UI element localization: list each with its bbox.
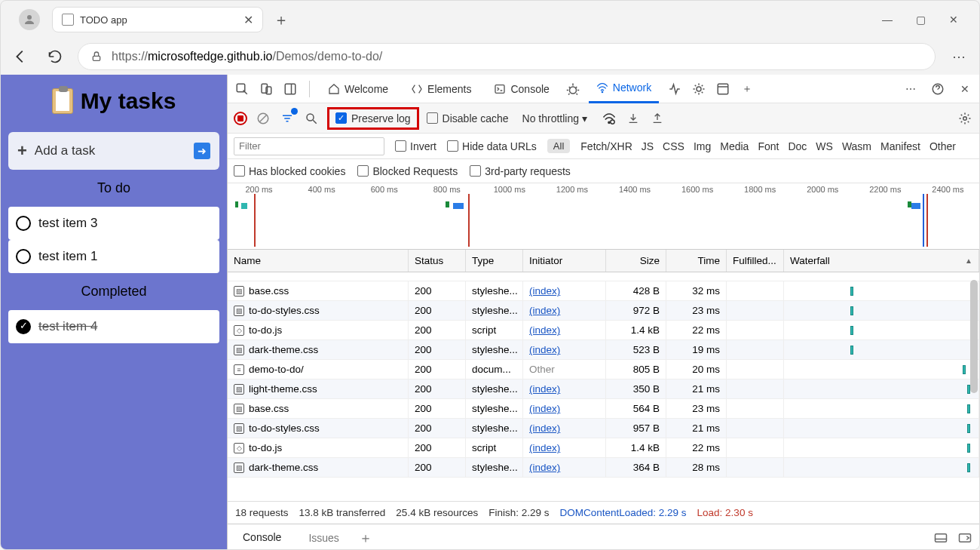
table-row[interactable]: ▧light-theme.css200styleshe...(index)350… [228, 379, 979, 399]
table-row[interactable]: ▧base.css200styleshe...(index)428 B32 ms [228, 281, 979, 301]
record-button[interactable] [234, 112, 247, 125]
filter-js[interactable]: JS [642, 140, 654, 152]
section-heading-completed: Completed [8, 281, 219, 303]
col-fulfilled[interactable]: Fulfilled... [727, 250, 784, 272]
memory-icon[interactable] [691, 81, 707, 97]
file-icon: ▧ [234, 384, 244, 395]
maximize-button[interactable]: ▢ [913, 14, 928, 26]
timeline-overview[interactable]: 200 ms400 ms600 ms800 ms1000 ms1200 ms14… [228, 183, 979, 250]
table-row[interactable]: ◇to-do.js200script(index)1.4 kB22 ms [228, 321, 979, 340]
filter-manifest[interactable]: Manifest [880, 140, 920, 152]
filter-img[interactable]: Img [694, 140, 711, 152]
drawer-expand-icon[interactable] [958, 533, 972, 543]
tab-welcome[interactable]: Welcome [320, 75, 396, 103]
table-row[interactable]: ≡demo-to-do/200docum...Other805 B20 ms [228, 360, 979, 379]
col-name[interactable]: Name [228, 250, 409, 272]
devtools-drawer: Console Issues ＋ [228, 524, 979, 550]
hide-data-urls-checkbox[interactable]: Hide data URLs [447, 140, 537, 152]
table-row[interactable]: ▧dark-theme.css200styleshe...(index)523 … [228, 340, 979, 360]
col-size[interactable]: Size [606, 250, 666, 272]
filter-all[interactable]: All [547, 139, 570, 153]
table-row[interactable]: ▧dark-theme.css200styleshe...(index)364 … [228, 458, 979, 478]
drawer-add-tab[interactable]: ＋ [359, 529, 372, 547]
filter-wasm[interactable]: Wasm [842, 140, 871, 152]
new-tab-button[interactable]: ＋ [274, 10, 289, 30]
table-row[interactable]: ▧base.css200styleshe...(index)564 B23 ms [228, 399, 979, 419]
import-har-icon[interactable] [625, 110, 642, 127]
filter-fetch/xhr[interactable]: Fetch/XHR [580, 140, 632, 152]
tab-elements[interactable]: Elements [403, 75, 479, 103]
back-button[interactable] [8, 45, 32, 69]
filter-bar: Invert Hide data URLs All Fetch/XHRJSCSS… [228, 134, 979, 159]
file-icon: ▧ [234, 462, 244, 473]
task-item[interactable]: test item 1 [8, 240, 219, 273]
refresh-button[interactable] [43, 45, 67, 69]
filter-doc[interactable]: Doc [788, 140, 807, 152]
filter-input[interactable] [234, 137, 384, 155]
section-heading-todo: To do [8, 177, 219, 199]
table-row[interactable]: ▧to-do-styles.css200styleshe...(index)97… [228, 301, 979, 321]
circle-icon[interactable] [16, 249, 31, 264]
filter-toggle-icon[interactable] [279, 110, 296, 127]
task-item-done[interactable]: test item 4 [8, 310, 219, 343]
table-row[interactable]: ◇to-do.js200script(index)1.4 kB22 ms [228, 438, 979, 458]
preserve-log-checkbox[interactable]: ✓ Preserve log [327, 107, 419, 130]
filter-media[interactable]: Media [720, 140, 749, 152]
clear-button[interactable] [255, 110, 271, 127]
application-icon[interactable] [715, 81, 731, 97]
col-time[interactable]: Time [666, 250, 727, 272]
inspect-element-icon[interactable] [234, 81, 250, 97]
profile-avatar[interactable] [19, 9, 40, 30]
browser-tab[interactable]: TODO app ✕ [52, 7, 263, 32]
task-item[interactable]: test item 3 [8, 207, 219, 240]
filter-css[interactable]: CSS [663, 140, 684, 152]
circle-icon[interactable] [16, 216, 31, 231]
browser-menu-button[interactable]: ⋯ [946, 48, 972, 65]
drawer-dock-icon[interactable] [934, 533, 948, 543]
filter-ws[interactable]: WS [816, 140, 833, 152]
submit-task-button[interactable]: ➜ [194, 143, 210, 159]
minimize-button[interactable]: ― [880, 14, 895, 26]
address-bar[interactable]: https://microsoftedge.github.io/Demos/de… [78, 43, 936, 70]
check-circle-icon[interactable] [16, 319, 31, 334]
devtools-menu-icon[interactable]: ⋯ [902, 81, 919, 97]
drawer-tab-console[interactable]: Console [235, 527, 289, 549]
close-window-button[interactable]: ✕ [946, 14, 961, 26]
blocked-requests-checkbox[interactable]: Blocked Requests [357, 165, 458, 177]
export-har-icon[interactable] [649, 110, 666, 127]
add-task-input[interactable]: + Add a task ➜ [8, 132, 219, 170]
col-status[interactable]: Status [409, 250, 466, 272]
dock-side-icon[interactable] [282, 81, 299, 97]
network-settings-icon[interactable] [957, 110, 973, 127]
tab-network[interactable]: Network [589, 75, 659, 103]
close-devtools-icon[interactable]: ✕ [957, 81, 973, 97]
help-icon[interactable] [929, 81, 946, 97]
svg-point-21 [608, 121, 610, 123]
sources-bug-icon[interactable] [565, 81, 581, 97]
performance-icon[interactable] [666, 81, 683, 97]
col-initiator[interactable]: Initiator [523, 250, 606, 272]
throttling-dropdown[interactable]: No throttling ▾ [516, 110, 593, 127]
third-party-checkbox[interactable]: 3rd-party requests [470, 165, 571, 177]
devtools-panel: Welcome Elements Console Network ＋ ⋯ ✕ ✓… [227, 75, 979, 550]
table-row[interactable]: ▧to-do-styles.css200styleshe...(index)95… [228, 419, 979, 438]
blocked-cookies-checkbox[interactable]: Has blocked cookies [234, 165, 345, 177]
device-toggle-icon[interactable] [258, 81, 274, 97]
svg-point-0 [27, 15, 32, 20]
col-type[interactable]: Type [466, 250, 523, 272]
search-icon[interactable] [303, 110, 320, 127]
drawer-tab-issues[interactable]: Issues [301, 527, 346, 548]
close-tab-icon[interactable]: ✕ [243, 13, 253, 27]
invert-checkbox[interactable]: Invert [395, 140, 436, 152]
file-icon: ▧ [234, 286, 244, 297]
disable-cache-checkbox[interactable]: Disable cache [427, 112, 509, 124]
filter-font[interactable]: Font [758, 140, 779, 152]
request-table-header[interactable]: Name Status Type Initiator Size Time Ful… [228, 250, 979, 272]
tab-console[interactable]: Console [486, 75, 556, 103]
more-tabs-button[interactable]: ＋ [739, 81, 755, 97]
tab-title: TODO app [80, 14, 237, 26]
filter-other[interactable]: Other [929, 140, 956, 152]
status-dcl: DOMContentLoaded: 2.29 s [559, 507, 686, 518]
network-conditions-icon[interactable] [601, 110, 617, 127]
col-waterfall[interactable]: Waterfall▲ [784, 250, 979, 272]
